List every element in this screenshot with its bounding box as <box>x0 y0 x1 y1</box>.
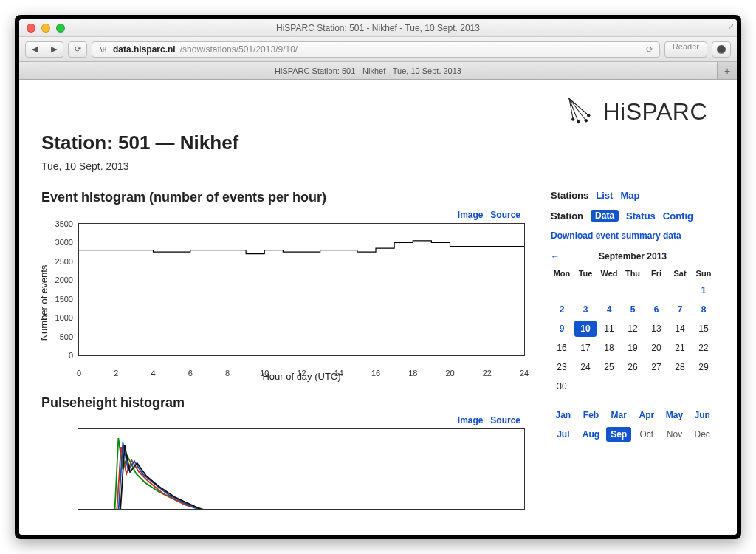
hisparc-logo-icon <box>564 96 595 127</box>
cal-day-13: 13 <box>645 321 667 337</box>
cal-month-jan[interactable]: Jan <box>551 408 576 423</box>
svg-point-0 <box>585 119 588 122</box>
share-button[interactable] <box>712 41 731 58</box>
cal-blank <box>598 282 620 298</box>
status-link[interactable]: Status <box>626 211 656 222</box>
chart2-source-link[interactable]: Source <box>490 415 520 425</box>
event-histogram-chart: 0500100015002000250030003500 02468101214… <box>78 223 525 356</box>
chart1-xtick: 4 <box>151 369 155 377</box>
window-title: HiSPARC Station: 501 - Nikhef - Tue, 10 … <box>19 23 737 33</box>
tab-title: HiSPARC Station: 501 - Nikhef - Tue, 10 … <box>275 66 461 75</box>
cal-day-2[interactable]: 2 <box>551 301 573 318</box>
forward-button[interactable]: ▶ <box>44 41 63 58</box>
new-tab-button[interactable]: + <box>718 62 737 79</box>
cal-prev[interactable]: ← <box>551 251 560 261</box>
resize-icon[interactable]: ⤢ <box>728 22 734 30</box>
cal-day-27: 27 <box>645 359 667 375</box>
cal-day-7[interactable]: 7 <box>669 301 691 318</box>
config-link[interactable]: Config <box>663 211 693 222</box>
pulseheight-title: Pulseheight histogram <box>41 395 525 411</box>
cal-day-1[interactable]: 1 <box>693 282 715 298</box>
traffic-lights <box>19 24 65 33</box>
cal-month-sep[interactable]: Sep <box>606 427 631 442</box>
cal-day-16: 16 <box>551 340 573 356</box>
cal-day-12: 12 <box>622 321 644 337</box>
nav-buttons: ◀ ▶ <box>25 41 63 58</box>
svg-point-1 <box>577 120 580 123</box>
url-domain: data.hisparc.nl <box>113 44 176 55</box>
cal-dow: Fri <box>645 267 667 279</box>
chart1-ytick: 1500 <box>55 295 73 304</box>
cal-dow: Wed <box>598 267 620 279</box>
chart1-ytick: 3000 <box>55 238 73 247</box>
cal-day-8[interactable]: 8 <box>693 301 715 318</box>
svg-point-3 <box>587 114 590 117</box>
page-title: Station: 501 — Nikhef <box>41 131 715 154</box>
data-pill[interactable]: Data <box>591 210 619 222</box>
chart1-xtick: 8 <box>225 369 230 377</box>
cal-dow: Tue <box>574 267 597 279</box>
chart1-ytick: 2500 <box>55 257 73 266</box>
chart1-ytick: 1000 <box>55 313 73 322</box>
cal-day-20: 20 <box>645 340 667 356</box>
cal-day-6[interactable]: 6 <box>645 301 667 318</box>
cal-day-23: 23 <box>551 359 573 375</box>
event-histogram-title: Event histogram (number of events per ho… <box>41 190 525 205</box>
reader-button[interactable]: Reader <box>664 41 707 58</box>
cal-month-aug[interactable]: Aug <box>579 427 604 442</box>
cal-day-4[interactable]: 4 <box>598 301 620 318</box>
cal-day-9[interactable]: 9 <box>551 321 573 337</box>
svg-point-2 <box>571 117 574 120</box>
chart1-image-link[interactable]: Image <box>458 210 484 220</box>
cal-month-feb[interactable]: Feb <box>579 408 604 423</box>
chart1-ytick: 500 <box>60 332 73 341</box>
chart1-xtick: 18 <box>408 369 417 377</box>
cal-day-10[interactable]: 10 <box>574 321 597 337</box>
close-button[interactable] <box>27 24 35 33</box>
side-column: Stations List Map Station Data Status Co… <box>537 190 715 535</box>
cal-day-5[interactable]: 5 <box>622 301 644 318</box>
chart1-ytick: 2000 <box>55 276 73 284</box>
cal-month-jun[interactable]: Jun <box>690 408 715 423</box>
zoom-button[interactable] <box>56 24 65 33</box>
cal-day-3[interactable]: 3 <box>574 301 597 318</box>
cal-day-19: 19 <box>622 340 644 356</box>
reload-button[interactable]: ⟳ <box>68 41 87 58</box>
url-bar[interactable]: \H data.hisparc.nl/show/stations/501/201… <box>92 41 660 58</box>
favicon-icon: \H <box>98 44 109 55</box>
cal-day-21: 21 <box>669 340 691 356</box>
map-link[interactable]: Map <box>620 190 639 201</box>
cal-dow: Mon <box>551 267 573 279</box>
window-frame: HiSPARC Station: 501 - Nikhef - Tue, 10 … <box>15 15 741 539</box>
chart1-xtick: 2 <box>114 369 118 377</box>
cal-dow: Sat <box>669 267 691 279</box>
back-button[interactable]: ◀ <box>25 41 44 58</box>
pulseheight-chart: 5001000500010000 <box>78 428 525 510</box>
cal-day-24: 24 <box>574 359 597 375</box>
cal-month-mar[interactable]: Mar <box>606 408 631 423</box>
cal-day-17: 17 <box>574 340 597 356</box>
chart2-image-link[interactable]: Image <box>458 415 484 425</box>
toolbar: ◀ ▶ ⟳ \H data.hisparc.nl/show/stations/5… <box>19 37 737 62</box>
reload-inline-icon[interactable]: ⟳ <box>646 44 653 55</box>
cal-day-18: 18 <box>598 340 620 356</box>
cal-month-nov: Nov <box>662 427 687 442</box>
cal-month-apr[interactable]: Apr <box>634 408 659 423</box>
cal-month-may[interactable]: May <box>662 408 687 423</box>
stations-label: Stations <box>551 190 588 201</box>
download-link[interactable]: Download event summary data <box>551 230 715 241</box>
minimize-button[interactable] <box>41 24 50 33</box>
active-tab[interactable]: HiSPARC Station: 501 - Nikhef - Tue, 10 … <box>19 62 718 79</box>
chart1-xtick: 20 <box>445 369 454 377</box>
cal-day-11: 11 <box>598 321 620 337</box>
cal-month-jul[interactable]: Jul <box>551 427 576 442</box>
brand: HiSPARC <box>564 96 707 127</box>
cal-blank <box>645 282 667 298</box>
cal-day-29: 29 <box>693 359 715 375</box>
chart1-xtick: 10 <box>260 369 269 377</box>
chart1-source-link[interactable]: Source <box>490 210 520 220</box>
chart1-xtick: 24 <box>520 369 529 377</box>
cal-month-dec: Dec <box>690 427 715 442</box>
list-link[interactable]: List <box>596 190 613 201</box>
cal-day-30: 30 <box>551 378 573 394</box>
